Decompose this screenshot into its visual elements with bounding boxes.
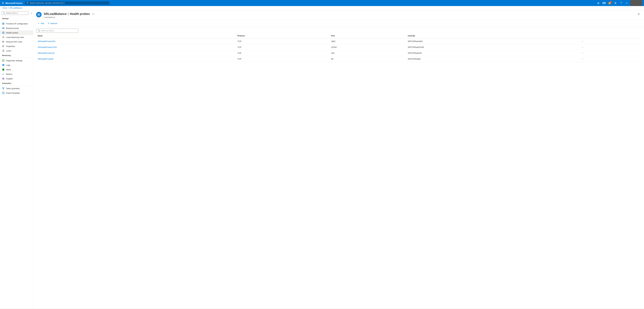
sidebar-item-label-tasks: Tasks (preview) [6,87,20,90]
table-row: SRHealthProbe80 TCP 80 SRTCPRule80 ··· [36,56,641,62]
search-input[interactable] [30,2,108,4]
probe-link-2[interactable]: SRHealthProbe443 [38,52,54,54]
locks-icon [2,50,4,52]
sidebar-item-load-balancing-rules[interactable]: Load balancing rules [0,35,33,40]
user-avatar[interactable] [630,0,642,6]
health-probes-icon [2,32,4,34]
add-icon: ＋ [38,22,40,25]
svg-rect-3 [4,24,4,24]
probe-link-0[interactable]: SRHealthProbe1801 [38,40,56,42]
cell-actions-0: ··· [579,38,641,44]
sidebar-search[interactable]: 🔍 [2,11,28,15]
probe-link-1[interactable]: SRHealthProbe22334 [38,46,57,48]
row-context-menu-0[interactable]: ··· [580,40,584,43]
sidebar-item-label-insights: Insights [6,78,13,80]
sidebar-search-icon: 🔍 [3,12,5,14]
cell-actions-3: ··· [579,56,641,62]
sidebar-item-inbound-nat-rules[interactable]: Inbound NAT rules [0,40,33,44]
sidebar-item-export-template[interactable]: Export template [0,91,33,95]
sidebar-item-frontend-ip[interactable]: Frontend IP configuration [0,22,33,26]
resource-title: SRLoadBalance | Health probes ··· [44,12,634,16]
breadcrumb-resource[interactable]: SRLoadBalance [10,7,22,9]
sidebar-item-insights[interactable]: Insights [0,76,33,81]
svg-line-30 [3,88,4,89]
hamburger-menu[interactable]: ☰ [2,2,4,4]
cell-usedby-0: SRTCPRule1801 [406,38,579,44]
sidebar-search-input[interactable] [6,12,27,14]
resource-icon [36,12,42,17]
inbound-nat-rules-icon [2,40,4,43]
table-row: SRHealthProbe1801 TCP 1801 SRTCPRule1801… [36,38,641,44]
table-row: SRHealthProbe443 TCP 443 SRTCPRule443 ··… [36,50,641,56]
add-button[interactable]: ＋ Add [36,21,46,26]
sidebar-item-properties[interactable]: Properties [0,44,33,48]
properties-icon [2,45,4,48]
row-context-menu-3[interactable]: ··· [580,57,584,60]
svg-rect-1 [4,23,4,24]
sidebar-item-backend-pools[interactable]: Backend pools [0,26,33,30]
backend-pools-icon [2,27,4,29]
global-search[interactable]: 🔍 [25,1,110,5]
resource-context-menu[interactable]: ··· [91,12,96,16]
resource-subtitle: Load balancer [44,16,634,18]
sidebar-item-health-probes[interactable]: Health probes [0,30,33,35]
breadcrumb: Home > SRLoadBalance [0,6,644,10]
svg-rect-21 [3,66,4,66]
sidebar-item-label-diagnostic-settings: Diagnostic settings [6,60,22,62]
svg-point-26 [2,88,3,88]
cell-name-0: SRHealthProbe1801 [36,38,236,44]
sidebar-item-label-load-balancing-rules: Load balancing rules [6,36,24,38]
col-header-actions [579,34,641,38]
search-icon: 🔍 [27,2,29,4]
settings-btn[interactable]: ⚙ [613,0,618,6]
col-header-usedby: Used By [406,34,579,38]
sidebar-item-alerts[interactable]: ! Alerts [0,67,33,72]
cell-usedby-1: SRTCPRule22334 [406,44,579,50]
svg-point-27 [4,88,4,88]
feedback-btn[interactable]: ☺ [624,0,629,6]
settings-section-label: Settings [0,16,33,20]
main-content: SRLoadBalance | Health probes ··· Load b… [33,10,644,308]
cell-protocol-1: TCP [236,44,330,50]
sidebar-collapse-btn[interactable]: « [30,11,33,15]
portal-icon-btn[interactable]: ⊞ [596,0,600,6]
page-layout: 🔍 « Settings Frontend IP configuration B… [0,10,644,308]
filter-icon: 🔍 [38,30,40,32]
svg-rect-2 [2,24,3,24]
probe-link-3[interactable]: SRHealthProbe80 [38,58,54,60]
cell-protocol-3: TCP [236,56,330,62]
sidebar-item-label-locks: Locks [6,50,11,52]
row-context-menu-1[interactable]: ··· [580,46,584,49]
cell-port-0: 1801 [330,38,406,44]
filter-input-wrapper[interactable]: 🔍 [36,28,78,33]
tasks-icon [2,87,4,90]
svg-text:!: ! [3,69,4,70]
breadcrumb-home[interactable]: Home [2,7,7,9]
sidebar-item-metrics[interactable]: Metrics [0,72,33,76]
cloud-shell-btn[interactable]: ⌨ [602,0,606,6]
sidebar-item-label-logs: Logs [6,64,10,66]
sidebar-item-diagnostic-settings[interactable]: Diagnostic settings [0,58,33,63]
notifications-btn[interactable]: 🔔 4 [607,0,612,6]
svg-point-25 [3,78,4,79]
export-template-icon [2,92,4,94]
help-btn[interactable]: ? [619,0,624,6]
top-navigation: ☰ Microsoft Azure 🔍 ⊞ ⌨ 🔔 4 ⚙ ? ☺ [0,0,644,6]
diagnostic-settings-icon [2,59,4,62]
cell-port-1: 22334 [330,44,406,50]
row-context-menu-2[interactable]: ··· [580,51,584,54]
refresh-button[interactable]: ↻ Refresh [46,22,59,25]
sidebar-item-locks[interactable]: Locks [0,48,33,53]
svg-point-28 [3,89,4,89]
filter-bar: 🔍 [33,27,644,34]
svg-point-33 [38,14,40,15]
add-label: Add [41,22,44,24]
load-balancing-rules-icon [2,36,4,38]
cell-actions-1: ··· [579,44,641,50]
close-btn[interactable]: ✕ [636,12,641,16]
sidebar-item-tasks[interactable]: Tasks (preview) [0,86,33,91]
sidebar-item-logs[interactable]: Logs [0,63,33,67]
logs-icon [2,64,4,66]
filter-input[interactable] [41,30,77,32]
svg-rect-17 [3,60,4,61]
